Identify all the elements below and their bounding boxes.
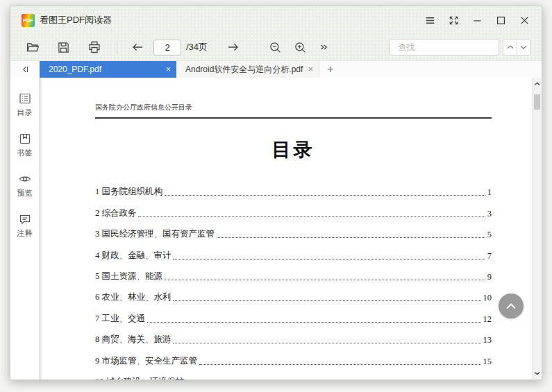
dot-leader <box>138 216 485 217</box>
print-icon[interactable] <box>87 40 101 54</box>
table-of-contents: 1 国务院组织机构1 2 综合政务3 3 国民经济管理、国有资产监管5 4 财政… <box>95 182 492 380</box>
tab-close-icon[interactable]: × <box>308 65 313 74</box>
title-bar: PDF 看图王PDF阅读器 <box>10 6 542 34</box>
scroll-up-arrow-icon[interactable] <box>533 79 542 89</box>
main-toolbar: /34页 <box>10 34 542 60</box>
annotation-icon <box>18 212 32 226</box>
back-to-top-button[interactable] <box>499 293 524 318</box>
sidebar-item-label: 注释 <box>17 228 33 239</box>
sidebar-item-annotations[interactable]: 注释 <box>17 212 33 239</box>
tab-2020-pdf[interactable]: 2020_PDF.pdf × <box>40 61 176 78</box>
open-folder-icon[interactable] <box>26 40 40 54</box>
window-title: 看图王PDF阅读器 <box>40 14 112 26</box>
scroll-down-arrow-icon[interactable] <box>533 368 542 378</box>
toc-entry[interactable]: 7 工业、交通12 <box>95 309 492 330</box>
document-running-header: 国务院办公厅政府信息公开目录 <box>95 103 492 119</box>
search-group <box>390 39 530 56</box>
collapse-tabs-icon[interactable] <box>10 61 40 78</box>
dot-leader <box>173 259 485 259</box>
preview-eye-icon <box>18 172 32 186</box>
sidebar-item-label: 预览 <box>17 188 33 198</box>
page-total-label: /34页 <box>186 41 208 53</box>
bookmark-icon <box>18 132 32 146</box>
dot-leader <box>173 343 480 343</box>
maximize-icon[interactable] <box>495 15 507 26</box>
app-window: PDF 看图王PDF阅读器 <box>10 6 542 380</box>
toc-entry[interactable]: 3 国民经济管理、国有资产监管5 <box>95 225 492 246</box>
prev-page-arrow-icon[interactable] <box>131 42 144 53</box>
scrollbar-thumb[interactable] <box>534 94 540 110</box>
fullscreen-icon[interactable] <box>448 15 460 26</box>
minimize-icon[interactable] <box>471 15 483 26</box>
dot-leader <box>217 237 485 238</box>
app-logo-icon: PDF <box>22 14 35 27</box>
tab-bar: 2020_PDF.pdf × Android软件安全与逆向分析.pdf × + <box>10 60 542 78</box>
document-title: 目录 <box>95 137 492 162</box>
toc-entry[interactable]: 5 国土资源、能源9 <box>95 267 492 288</box>
toolbar-divider <box>117 40 117 54</box>
dot-leader <box>165 280 485 280</box>
dot-leader <box>165 195 485 196</box>
sidebar-item-toc[interactable]: 目录 <box>17 92 33 118</box>
find-navigation <box>503 39 530 56</box>
chevron-up-icon[interactable] <box>503 40 517 55</box>
document-viewport: 国务院办公厅政府信息公开目录 目录 1 国务院组织机构1 2 综合政务3 3 国… <box>40 78 542 380</box>
pdf-page: 国务院办公厅政府信息公开目录 目录 1 国务院组织机构1 2 综合政务3 3 国… <box>42 78 532 380</box>
vertical-scrollbar[interactable] <box>532 78 542 380</box>
toc-entry[interactable]: 4 财政、金融、审计7 <box>95 246 492 266</box>
tab-android-pdf[interactable]: Android软件安全与逆向分析.pdf × <box>176 61 319 78</box>
sidebar-item-bookmarks[interactable]: 书签 <box>17 132 33 158</box>
dot-leader <box>199 364 481 365</box>
more-tools-icon[interactable] <box>319 42 328 52</box>
dot-leader <box>147 322 481 323</box>
left-sidebar: 目录 书签 预览 注释 <box>10 78 40 380</box>
app-body: 目录 书签 预览 注释 <box>10 78 542 380</box>
page-number-input[interactable] <box>153 40 181 56</box>
sidebar-item-label: 目录 <box>17 108 33 118</box>
zoom-out-icon[interactable] <box>269 41 282 54</box>
toc-entry[interactable]: 1 国务院组织机构1 <box>95 182 492 203</box>
tab-label: Android软件安全与逆向分析.pdf <box>185 64 304 76</box>
toc-entry[interactable]: 2 综合政务3 <box>95 203 492 224</box>
toc-entry[interactable]: 10 城乡建设、环境保护16 <box>95 373 492 380</box>
close-icon[interactable] <box>519 15 530 26</box>
save-icon[interactable] <box>57 41 70 54</box>
new-tab-button[interactable]: + <box>319 61 342 78</box>
menu-icon[interactable] <box>424 15 436 26</box>
chevron-up-icon <box>505 302 517 310</box>
tab-close-icon[interactable]: × <box>166 65 171 74</box>
toc-entry[interactable]: 9 市场监管、安全生产监管15 <box>95 351 492 372</box>
search-box[interactable] <box>390 39 499 56</box>
sidebar-item-preview[interactable]: 预览 <box>17 172 33 198</box>
tab-label: 2020_PDF.pdf <box>49 65 162 74</box>
window-controls <box>424 15 530 26</box>
toc-entry[interactable]: 6 农业、林业、水利10 <box>95 288 492 309</box>
dot-leader <box>173 300 480 301</box>
toc-panel-icon <box>18 92 32 105</box>
zoom-in-icon[interactable] <box>294 41 307 54</box>
chevron-down-icon[interactable] <box>517 40 530 55</box>
search-input[interactable] <box>398 42 505 52</box>
sidebar-item-label: 书签 <box>17 148 33 158</box>
next-page-arrow-icon[interactable] <box>227 42 240 53</box>
toc-entry[interactable]: 8 商贸、海关、旅游13 <box>95 330 492 351</box>
